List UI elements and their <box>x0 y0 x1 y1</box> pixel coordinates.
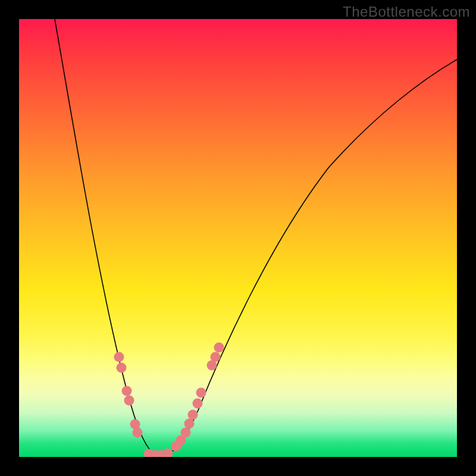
bottleneck-curve <box>55 19 457 456</box>
highlight-dot <box>163 449 173 458</box>
highlight-dot <box>124 396 134 406</box>
plot-area <box>19 19 457 457</box>
highlight-dot <box>184 419 195 429</box>
highlight-dot <box>114 352 124 362</box>
highlight-dot <box>196 388 206 398</box>
highlight-dot <box>214 343 224 353</box>
highlight-dot <box>133 428 143 438</box>
highlight-dot <box>181 428 191 438</box>
highlight-dot <box>122 386 132 396</box>
highlight-dot <box>117 363 127 373</box>
highlight-dot <box>211 352 221 362</box>
highlight-dots-group <box>114 343 224 458</box>
highlight-dot <box>193 399 203 409</box>
watermark-text: TheBottleneck.com <box>343 4 470 20</box>
curve-overlay <box>19 19 457 457</box>
chart-container: TheBottleneck.com <box>0 0 476 476</box>
highlight-dot <box>188 410 198 420</box>
